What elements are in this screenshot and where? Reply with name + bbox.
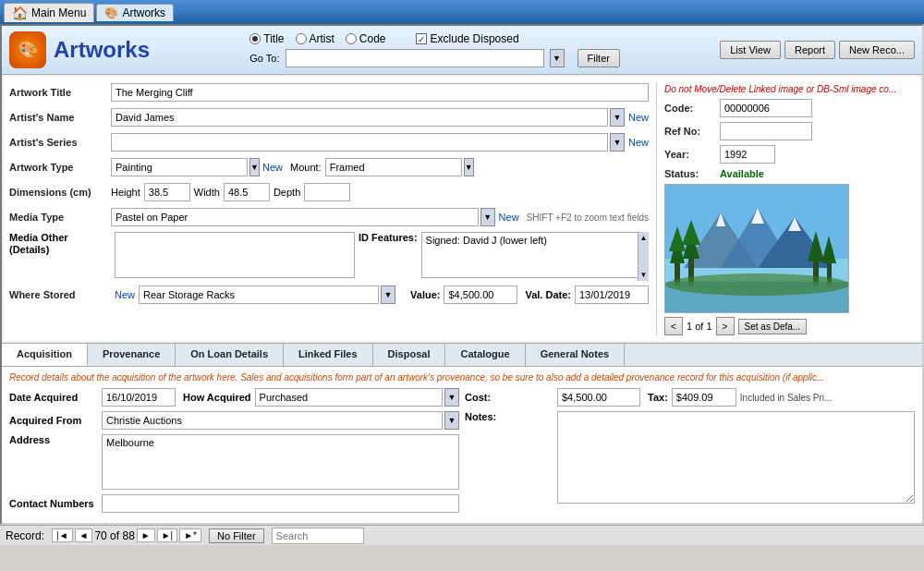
radio-artist[interactable]: Artist [296, 32, 334, 45]
set-default-button[interactable]: Set as Defa... [738, 319, 808, 334]
exclude-disposed-checkbox[interactable]: ✓ Exclude Disposed [416, 32, 519, 45]
report-button[interactable]: Report [784, 41, 835, 59]
media-type-new-link[interactable]: New [499, 212, 519, 223]
value-input[interactable] [444, 286, 517, 304]
acquired-from-dropdown[interactable]: ▼ [444, 411, 459, 430]
acquisition-notice: Record details about the acquisition of … [9, 372, 915, 383]
mount-select-container: ▼ [325, 158, 418, 176]
mount-label: Mount: [290, 162, 322, 173]
tab-acquisition[interactable]: Acquisition [2, 344, 88, 366]
address-textarea[interactable]: Melbourne [102, 434, 459, 490]
artist-name-select-container: ▼ [111, 108, 625, 127]
where-stored-label: Where Stored [9, 289, 111, 300]
ref-no-input[interactable] [720, 122, 812, 140]
nav-new-button[interactable]: ►* [179, 528, 201, 542]
search-input[interactable] [272, 528, 364, 544]
nav-prev-button[interactable]: ◄ [75, 528, 93, 542]
main-area: 🎨 Artworks Title Artist Code ✓ [0, 24, 924, 525]
image-next-button[interactable]: > [716, 317, 735, 335]
filter-button[interactable]: Filter [578, 49, 620, 67]
radio-code[interactable]: Code [346, 32, 386, 45]
where-stored-new-link[interactable]: New [115, 289, 135, 300]
how-acquired-label: How Acquired [183, 392, 251, 403]
where-stored-input[interactable] [139, 286, 379, 304]
header-center: Title Artist Code ✓ Exclude Disposed Go … [249, 32, 620, 67]
media-type-dropdown[interactable]: ▼ [480, 208, 495, 226]
id-features-section: ID Features: Signed: David J (lower left… [359, 232, 649, 281]
artwork-type-input[interactable] [111, 158, 248, 176]
image-prev-button[interactable]: < [664, 317, 683, 335]
depth-label: Depth [274, 187, 300, 198]
tab-provenance[interactable]: Provenance [88, 344, 176, 366]
nav-first-button[interactable]: |◄ [52, 528, 73, 542]
status-value: Available [720, 168, 764, 179]
contact-numbers-row: Contact Numbers [9, 494, 459, 513]
id-features-scrollbar: ▲ ▼ [638, 232, 649, 281]
artwork-type-row: Artwork Type ▼ New Mount: ▼ [9, 157, 649, 177]
year-row: Year: [664, 145, 915, 164]
artwork-type-dropdown[interactable]: ▼ [249, 158, 260, 176]
radio-title[interactable]: Title [249, 32, 284, 45]
year-label: Year: [664, 149, 720, 160]
width-input[interactable] [224, 183, 270, 201]
date-acquired-input[interactable] [102, 388, 176, 407]
tab-linked-files[interactable]: Linked Files [284, 344, 373, 366]
artwork-type-label: Artwork Type [9, 162, 111, 173]
tab-on-loan-details[interactable]: On Loan Details [176, 344, 284, 366]
contact-numbers-label: Contact Numbers [9, 498, 102, 509]
goto-dropdown[interactable]: ▼ [550, 49, 565, 67]
id-features-textarea[interactable]: Signed: David J (lower left) [421, 232, 649, 278]
new-record-button[interactable]: New Reco... [839, 41, 915, 59]
no-filter-button[interactable]: No Filter [209, 528, 264, 543]
goto-input[interactable] [286, 49, 544, 67]
where-stored-dropdown[interactable]: ▼ [381, 286, 395, 304]
acquired-from-input[interactable] [102, 411, 443, 430]
form-right: Do not Move/Delete Linked image or DB-Sm… [656, 82, 915, 335]
cost-input[interactable] [557, 388, 640, 407]
code-input[interactable] [720, 99, 812, 117]
tax-input[interactable] [672, 388, 736, 407]
artwork-title-label: Artwork Title [9, 87, 111, 98]
media-other-section: Media Other(Details) [9, 232, 355, 281]
media-type-input[interactable] [111, 208, 479, 226]
list-view-button[interactable]: List View [720, 41, 781, 59]
dimensions-row: Dimensions (cm) Height Width Depth [9, 182, 649, 202]
artwork-image [664, 184, 849, 313]
contact-numbers-input[interactable] [102, 494, 459, 513]
image-warning: Do not Move/Delete Linked image or DB-Sm… [664, 84, 896, 94]
artwork-type-new-link[interactable]: New [262, 162, 283, 173]
tab-catalogue[interactable]: Catalogue [445, 344, 525, 366]
nav-last-button[interactable]: ►| [157, 528, 178, 542]
image-controls: < 1 of 1 > Set as Defa... [664, 317, 915, 335]
image-counter: 1 of 1 [687, 321, 712, 332]
height-input[interactable] [144, 183, 190, 201]
artist-name-dropdown[interactable]: ▼ [610, 108, 625, 127]
notes-textarea[interactable] [557, 411, 915, 504]
tab-artworks[interactable]: 🎨 Artworks [96, 4, 174, 21]
artist-series-dropdown[interactable]: ▼ [610, 133, 625, 152]
nav-next-button[interactable]: ► [137, 528, 155, 542]
mount-dropdown[interactable]: ▼ [464, 158, 474, 176]
how-acquired-dropdown[interactable]: ▼ [444, 388, 459, 407]
tab-general-notes[interactable]: General Notes [526, 344, 626, 366]
depth-input[interactable] [304, 183, 350, 201]
acquired-from-label: Acquired From [9, 415, 102, 426]
artist-series-new-link[interactable]: New [628, 137, 649, 148]
tab-main-menu[interactable]: 🏠 Main Menu [4, 3, 94, 22]
artist-name-new-link[interactable]: New [628, 112, 649, 123]
width-label: Width [194, 187, 220, 198]
address-row: Address Melbourne [9, 434, 459, 490]
year-input[interactable] [720, 145, 775, 164]
notes-label: Notes: [465, 411, 557, 422]
mount-input[interactable] [325, 158, 462, 176]
acquisition-area: Record details about the acquisition of … [2, 367, 922, 523]
media-other-textarea[interactable] [115, 232, 355, 278]
artist-series-input[interactable] [111, 133, 608, 152]
code-label: Code: [664, 103, 720, 114]
artist-name-input[interactable] [111, 108, 608, 127]
how-acquired-input[interactable] [255, 388, 443, 407]
artwork-title-input[interactable] [111, 83, 649, 102]
val-date-input[interactable] [575, 286, 649, 304]
value-label: Value: [410, 289, 440, 300]
tab-disposal[interactable]: Disposal [373, 344, 446, 366]
